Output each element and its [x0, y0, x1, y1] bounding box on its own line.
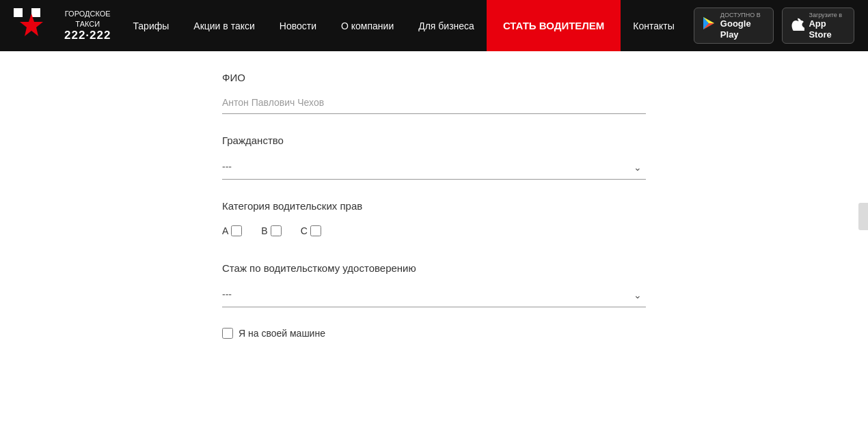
experience-select-wrapper: --- Менее 1 года 1-3 года 3-5 лет Более …: [222, 282, 646, 307]
license-checkbox-group: A B C: [222, 220, 646, 242]
license-cat-b-checkbox[interactable]: [271, 225, 282, 236]
app-store-button[interactable]: Загрузите в App Store: [782, 8, 854, 44]
site-header: ГОРОДСКОЕ ТАКСИ 222·222 Тарифы Акции в т…: [0, 0, 868, 51]
nav-item-tarify[interactable]: Тарифы: [120, 0, 181, 51]
license-cat-c-checkbox[interactable]: [310, 225, 321, 236]
license-categories-field-group: Категория водительских прав A B C: [222, 200, 646, 242]
own-car-field-group: Я на своей машине: [222, 328, 646, 339]
svg-rect-1: [23, 8, 31, 17]
license-cat-b-item[interactable]: B: [261, 225, 281, 236]
logo-phone: 222·222: [64, 29, 111, 42]
store-links: ДОСТУПНО В Google Play Загрузите в App S…: [694, 8, 854, 44]
nav-item-dlya-biznesa[interactable]: Для бизнеса: [406, 0, 487, 51]
experience-field-group: Стаж по водительсткому удостоверению ---…: [222, 262, 646, 307]
license-cat-c-letter: C: [301, 225, 308, 236]
own-car-checkbox[interactable]: [222, 328, 233, 339]
license-cat-c-item[interactable]: C: [301, 225, 321, 236]
experience-select[interactable]: --- Менее 1 года 1-3 года 3-5 лет Более …: [222, 282, 646, 307]
citizenship-field-group: Гражданство --- Россия Беларусь Казахста…: [222, 135, 646, 180]
fio-label: ФИО: [222, 72, 646, 83]
svg-rect-0: [14, 8, 23, 17]
nav-item-o-kompanii[interactable]: О компании: [329, 0, 406, 51]
logo[interactable]: ГОРОДСКОЕ ТАКСИ 222·222: [14, 8, 120, 44]
svg-rect-2: [31, 8, 40, 17]
main-nav: Тарифы Акции в такси Новости О компании …: [120, 0, 686, 51]
own-car-text: Я на своей машине: [239, 328, 325, 339]
license-categories-label: Категория водительских прав: [222, 200, 646, 212]
nav-item-stat-voditelem[interactable]: СТАТЬ ВОДИТЕЛЕМ: [487, 0, 621, 51]
main-content: ФИО Гражданство --- Россия Беларусь Каза…: [106, 51, 762, 380]
citizenship-label: Гражданство: [222, 135, 646, 146]
license-cat-b-letter: B: [261, 225, 267, 236]
app-store-label: Загрузите в App Store: [809, 12, 847, 40]
license-cat-a-checkbox[interactable]: [231, 225, 242, 236]
own-car-label[interactable]: Я на своей машине: [222, 328, 646, 339]
google-play-icon: [701, 16, 716, 35]
license-cat-a-letter: A: [222, 225, 228, 236]
google-play-name: Google Play: [720, 18, 767, 40]
nav-item-kontakty[interactable]: Контакты: [621, 0, 686, 51]
logo-icon: [14, 8, 49, 44]
app-store-name: App Store: [809, 18, 847, 40]
google-play-sublabel: ДОСТУПНО В: [720, 12, 767, 19]
experience-label: Стаж по водительсткому удостоверению: [222, 262, 646, 274]
license-cat-a-item[interactable]: A: [222, 225, 242, 236]
app-store-sublabel: Загрузите в: [809, 12, 847, 19]
logo-company-name: ГОРОДСКОЕ ТАКСИ: [55, 9, 120, 29]
fio-input[interactable]: [222, 92, 646, 114]
google-play-button[interactable]: ДОСТУПНО В Google Play: [694, 8, 774, 44]
google-play-label: ДОСТУПНО В Google Play: [720, 12, 767, 40]
nav-item-novosti[interactable]: Новости: [267, 0, 329, 51]
svg-rect-3: [40, 8, 49, 17]
scroll-hint: [858, 203, 868, 230]
citizenship-select[interactable]: --- Россия Беларусь Казахстан Другое: [222, 154, 646, 180]
citizenship-select-wrapper: --- Россия Беларусь Казахстан Другое ⌄: [222, 154, 646, 180]
fio-field-group: ФИО: [222, 72, 646, 114]
driver-form: ФИО Гражданство --- Россия Беларусь Каза…: [222, 72, 646, 339]
apple-icon: [789, 16, 804, 35]
nav-item-akcii[interactable]: Акции в такси: [181, 0, 267, 51]
